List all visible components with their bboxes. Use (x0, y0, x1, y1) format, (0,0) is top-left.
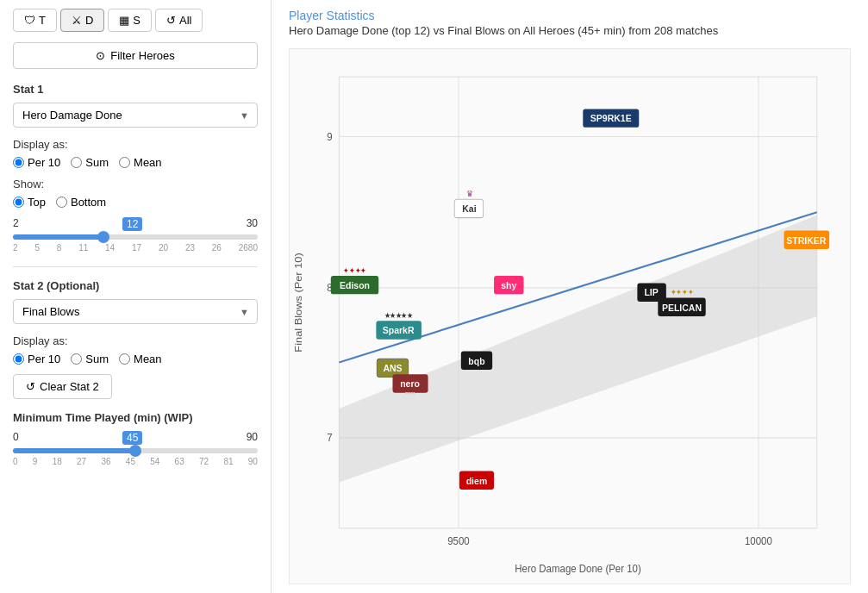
chart-svg: 9 8 7 9500 10000 Final Blows (Per 10) He… (290, 49, 850, 584)
refresh-icon: ↺ (166, 14, 176, 27)
min-time-slider-min: 0 (13, 431, 19, 445)
filter-btn-all[interactable]: ↺ All (155, 9, 203, 32)
svg-text:PELICAN: PELICAN (662, 302, 702, 313)
stat1-slider-min: 2 (13, 217, 19, 231)
svg-text:✦✦✦✦: ✦✦✦✦ (671, 289, 693, 296)
stat1-slider-fill (13, 234, 103, 240)
svg-text:STRIKER: STRIKER (786, 234, 826, 246)
svg-text:LIP: LIP (644, 287, 659, 298)
svg-text:Hero Damage Done (Per 10): Hero Damage Done (Per 10) (515, 563, 640, 576)
stat2-sum-option[interactable]: Sum (71, 353, 109, 365)
svg-text:9: 9 (327, 130, 333, 143)
svg-text:♛: ♛ (466, 190, 473, 199)
svg-text:Final Blows (Per 10): Final Blows (Per 10) (293, 253, 304, 352)
min-time-slider-thumb[interactable] (129, 445, 141, 457)
stat1-bottom-option[interactable]: Bottom (56, 196, 106, 209)
svg-text:✦✦✦✦: ✦✦✦✦ (343, 266, 365, 274)
stat1-show-label: Show: (13, 178, 258, 190)
min-time-slider: 0 45 90 0 9 18 27 36 45 54 63 72 81 90 (13, 431, 258, 466)
player-stats-link[interactable]: Player Statistics (289, 9, 375, 22)
stat1-display-radio-group: Per 10 Sum Mean (13, 156, 258, 169)
stat2-display-label: Display as: (13, 334, 258, 347)
svg-text:10000: 10000 (745, 535, 772, 548)
stat2-per10-option[interactable]: Per 10 (13, 353, 60, 365)
stat1-slider-max: 30 (247, 217, 258, 231)
stat1-slider-thumb[interactable] (97, 231, 109, 243)
stat2-select[interactable]: Final Blows Hero Damage Done Elimination… (13, 299, 258, 324)
stat2-select-wrapper: Final Blows Hero Damage Done Elimination… (13, 299, 258, 324)
filter-type-buttons: 🛡 T ⚔ D ▦ S ↺ All (13, 9, 258, 32)
stat2-display-radio-group: Per 10 Sum Mean (13, 353, 258, 365)
stat2-mean-option[interactable]: Mean (119, 353, 162, 365)
left-panel: 🛡 T ⚔ D ▦ S ↺ All ⊙ Filter Heroes Stat 1… (0, 0, 272, 593)
refresh-small-icon: ↺ (26, 380, 35, 393)
min-time-slider-ticks: 0 9 18 27 36 45 54 63 72 81 90 (13, 457, 258, 466)
stat1-slider-value: 12 (122, 217, 142, 231)
min-time-slider-fill (13, 448, 135, 453)
svg-text:SP9RK1E: SP9RK1E (590, 113, 632, 124)
stat1-slider: 2 12 30 2 5 8 11 14 17 20 23 26 2680 (13, 217, 258, 253)
svg-text:7: 7 (327, 432, 333, 445)
divider-1 (13, 266, 258, 267)
filter-btn-d[interactable]: ⚔ D (60, 9, 104, 32)
min-time-slider-value: 45 (122, 431, 142, 445)
svg-text:9500: 9500 (447, 535, 470, 548)
stat1-per10-option[interactable]: Per 10 (13, 156, 60, 169)
stat1-display-label: Display as: (13, 138, 258, 151)
min-time-slider-track[interactable] (13, 448, 258, 453)
svg-text:Kai: Kai (462, 203, 476, 215)
stat1-show-radio-group: Top Bottom (13, 196, 258, 209)
right-panel: Player Statistics Hero Damage Done (top … (272, 0, 868, 593)
stat1-mean-option[interactable]: Mean (119, 156, 162, 169)
svg-text:ANS: ANS (383, 363, 402, 374)
stat1-slider-track[interactable] (13, 234, 258, 240)
min-time-slider-max: 90 (247, 431, 258, 445)
filter-btn-s[interactable]: ▦ S (108, 9, 152, 32)
sword-icon: ⚔ (72, 14, 82, 27)
svg-text:bqb: bqb (468, 355, 484, 366)
filter-heroes-button[interactable]: ⊙ Filter Heroes (13, 42, 258, 69)
svg-text:★★★★★: ★★★★★ (384, 312, 413, 320)
clear-stat2-button[interactable]: ↺ Clear Stat 2 (13, 374, 112, 399)
svg-text:SparkR: SparkR (383, 325, 415, 336)
stat1-slider-ticks: 2 5 8 11 14 17 20 23 26 2680 (13, 243, 258, 253)
stat1-select[interactable]: Hero Damage Done Final Blows Elimination… (13, 103, 258, 128)
filter-heroes-icon: ⊙ (96, 49, 105, 62)
chart-title-section: Player Statistics Hero Damage Done (top … (289, 9, 851, 37)
svg-text:▪▪▪▪▪: ▪▪▪▪▪ (405, 390, 415, 396)
shield-icon: 🛡 (24, 14, 35, 27)
filter-btn-t[interactable]: 🛡 T (13, 9, 57, 32)
stat1-sum-option[interactable]: Sum (71, 156, 109, 169)
svg-text:nero: nero (400, 378, 420, 390)
chart-area: 9 8 7 9500 10000 Final Blows (Per 10) He… (289, 48, 851, 584)
stat1-select-wrapper: Hero Damage Done Final Blows Elimination… (13, 103, 258, 128)
stat1-label: Stat 1 (13, 83, 258, 96)
grid-icon: ▦ (119, 14, 129, 27)
chart-subtitle: Hero Damage Done (top 12) vs Final Blows… (289, 24, 851, 37)
svg-text:Edison: Edison (340, 279, 370, 290)
stat2-label: Stat 2 (Optional) (13, 279, 258, 292)
stat1-top-option[interactable]: Top (13, 196, 46, 209)
svg-text:diem: diem (466, 475, 488, 486)
min-time-label: Minimum Time Played (min) (WIP) (13, 411, 258, 424)
svg-text:shy: shy (501, 279, 517, 290)
